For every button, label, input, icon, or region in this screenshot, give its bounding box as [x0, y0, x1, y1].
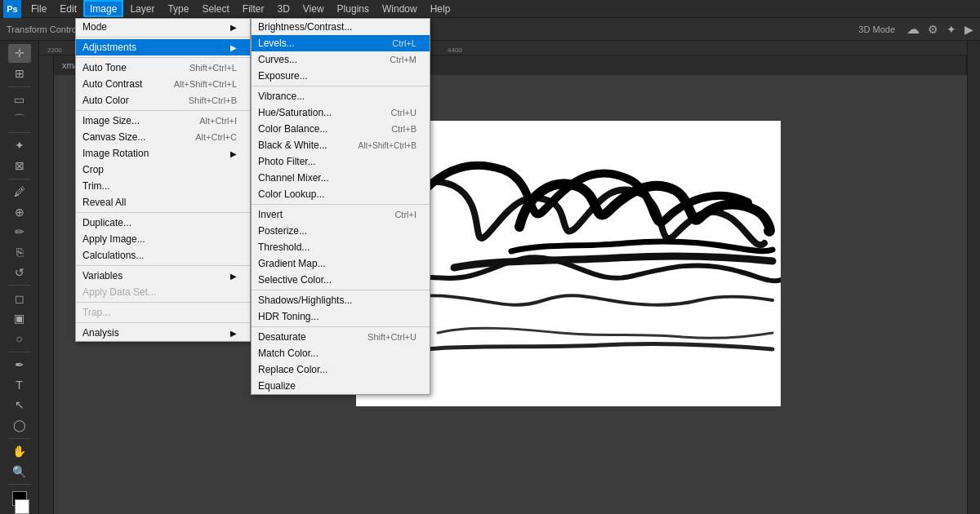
adj-photo-filter[interactable]: Photo Filter...	[252, 153, 430, 170]
adj-replace-color[interactable]: Replace Color...	[252, 361, 430, 378]
menu-layer[interactable]: Layer	[123, 0, 161, 17]
tool-type[interactable]: T	[8, 375, 31, 394]
separator-3	[76, 110, 250, 111]
background-color[interactable]	[15, 499, 29, 514]
tool-move[interactable]: ✛	[8, 44, 31, 63]
tool-dodge[interactable]: ○	[8, 330, 31, 348]
tool-zoom[interactable]: 🔍	[8, 462, 31, 481]
menu-window[interactable]: Window	[376, 0, 424, 17]
adj-curves[interactable]: Curves... Ctrl+M	[252, 51, 430, 68]
menu-item-auto-color[interactable]: Auto Color Shift+Ctrl+B	[76, 92, 250, 109]
adj-desaturate-label: Desaturate	[258, 331, 306, 343]
menu-item-analysis[interactable]: Analysis ▶	[76, 325, 250, 341]
menu-item-crop[interactable]: Crop	[76, 162, 250, 178]
extras-icon[interactable]: ✦	[947, 23, 956, 36]
adj-desaturate-shortcut: Shift+Ctrl+U	[368, 332, 416, 342]
tool-history-brush[interactable]: ↺	[8, 264, 31, 282]
menu-bar: Ps File Edit Image Layer Type Select Fil…	[0, 0, 980, 18]
adj-shadows-highlights-label: Shadows/Highlights...	[258, 295, 352, 306]
tool-spot-heal[interactable]: ⊕	[8, 202, 31, 221]
tool-brush[interactable]: ✏	[8, 223, 31, 241]
menu-edit[interactable]: Edit	[53, 0, 83, 17]
adj-posterize[interactable]: Posterize...	[252, 223, 430, 239]
adj-channel-mixer-label: Channel Mixer...	[258, 172, 329, 184]
adj-hue-saturation[interactable]: Hue/Saturation... Ctrl+U	[252, 104, 430, 121]
adj-channel-mixer[interactable]: Channel Mixer...	[252, 170, 430, 186]
menu-select[interactable]: Select	[195, 0, 235, 17]
tool-lasso[interactable]: ⌒	[8, 110, 31, 129]
menu-item-auto-tone[interactable]: Auto Tone Shift+Ctrl+L	[76, 60, 250, 76]
menu-help[interactable]: Help	[424, 0, 457, 17]
adj-hdr-toning[interactable]: HDR Toning...	[252, 308, 430, 325]
menu-item-variables[interactable]: Variables ▶	[76, 268, 250, 284]
tool-gradient[interactable]: ▣	[8, 309, 31, 328]
settings-icon[interactable]: ⚙	[928, 23, 938, 36]
adj-invert[interactable]: Invert Ctrl+I	[252, 206, 430, 223]
adj-levels[interactable]: Levels... Ctrl+L	[252, 35, 430, 51]
tool-eraser[interactable]: ◻	[8, 289, 31, 308]
adj-color-lookup[interactable]: Color Lookup...	[252, 186, 430, 202]
adj-color-balance-label: Color Balance...	[258, 123, 327, 135]
menu-filter[interactable]: Filter	[236, 0, 271, 17]
adj-match-color[interactable]: Match Color...	[252, 345, 430, 361]
menu-3d[interactable]: 3D	[270, 0, 296, 17]
adj-exposure-label: Exposure...	[258, 70, 308, 82]
adj-desaturate[interactable]: Desaturate Shift+Ctrl+U	[252, 329, 430, 345]
tool-pen[interactable]: ✒	[8, 355, 31, 374]
menu-item-apply-image[interactable]: Apply Image...	[76, 231, 250, 247]
menu-item-auto-contrast[interactable]: Auto Contrast Alt+Shift+Ctrl+L	[76, 76, 250, 92]
menu-item-adjustments[interactable]: Adjustments ▶	[76, 39, 250, 55]
menu-item-calculations[interactable]: Calculations...	[76, 247, 250, 264]
tool-magic-wand[interactable]: ✦	[8, 136, 31, 155]
separator-7	[76, 322, 250, 323]
menu-item-image-rotation[interactable]: Image Rotation ▶	[76, 145, 250, 162]
tool-select-rect[interactable]: ▭	[8, 90, 31, 109]
adj-exposure[interactable]: Exposure...	[252, 68, 430, 84]
menu-item-trap-label: Trap...	[82, 307, 110, 318]
menu-item-canvas-size-label: Canvas Size...	[82, 131, 145, 143]
menu-file[interactable]: File	[24, 0, 53, 17]
tool-shape[interactable]: ◯	[8, 416, 31, 435]
menu-item-reveal-all-label: Reveal All	[82, 197, 126, 208]
adj-black-white[interactable]: Black & White... Alt+Shift+Ctrl+B	[252, 137, 430, 153]
tool-stamp[interactable]: ⎘	[8, 243, 31, 262]
menu-item-image-size[interactable]: Image Size... Alt+Ctrl+I	[76, 113, 250, 129]
adj-color-balance[interactable]: Color Balance... Ctrl+B	[252, 121, 430, 137]
adj-gradient-map-label: Gradient Map...	[258, 258, 326, 269]
video-icon[interactable]: ▶	[964, 23, 973, 36]
ruler-tick: 4400	[448, 47, 462, 54]
menu-item-duplicate[interactable]: Duplicate...	[76, 215, 250, 231]
cloud-icon[interactable]: ☁	[906, 21, 920, 37]
tool-path-select[interactable]: ↖	[8, 396, 31, 414]
menu-item-analysis-label: Analysis	[82, 327, 119, 339]
tool-eyedropper[interactable]: 🖉	[8, 182, 31, 201]
menu-item-mode[interactable]: Mode ▶	[76, 19, 250, 35]
menu-item-canvas-size[interactable]: Canvas Size... Alt+Ctrl+C	[76, 129, 250, 145]
adj-match-color-label: Match Color...	[258, 348, 318, 359]
menu-item-reveal-all[interactable]: Reveal All	[76, 194, 250, 210]
adj-vibrance[interactable]: Vibrance...	[252, 88, 430, 104]
adj-equalize[interactable]: Equalize	[252, 378, 430, 394]
separator-6	[76, 302, 250, 303]
adj-replace-color-label: Replace Color...	[258, 364, 327, 375]
menu-image[interactable]: Image	[83, 0, 123, 17]
adj-shadows-highlights[interactable]: Shadows/Highlights...	[252, 292, 430, 308]
adj-selective-color-label: Selective Color...	[258, 274, 332, 286]
menu-item-crop-label: Crop	[82, 164, 104, 175]
adj-selective-color[interactable]: Selective Color...	[252, 272, 430, 288]
adj-vibrance-label: Vibrance...	[258, 91, 305, 102]
menu-view[interactable]: View	[296, 0, 331, 17]
menu-item-adjustments-label: Adjustments	[82, 42, 136, 53]
adj-threshold[interactable]: Threshold...	[252, 239, 430, 255]
menu-item-auto-color-shortcut: Shift+Ctrl+B	[189, 95, 237, 105]
menu-plugins[interactable]: Plugins	[331, 0, 376, 17]
adj-brightness-contrast[interactable]: Brightness/Contrast...	[252, 19, 430, 35]
mode-3d-label: 3D Mode	[858, 24, 895, 34]
adj-invert-label: Invert	[258, 209, 283, 220]
tool-hand[interactable]: ✋	[8, 442, 31, 461]
menu-type[interactable]: Type	[161, 0, 195, 17]
tool-artboard[interactable]: ⊞	[8, 64, 31, 83]
tool-crop[interactable]: ⊠	[8, 157, 31, 175]
adj-gradient-map[interactable]: Gradient Map...	[252, 255, 430, 272]
menu-item-trim[interactable]: Trim...	[76, 178, 250, 194]
